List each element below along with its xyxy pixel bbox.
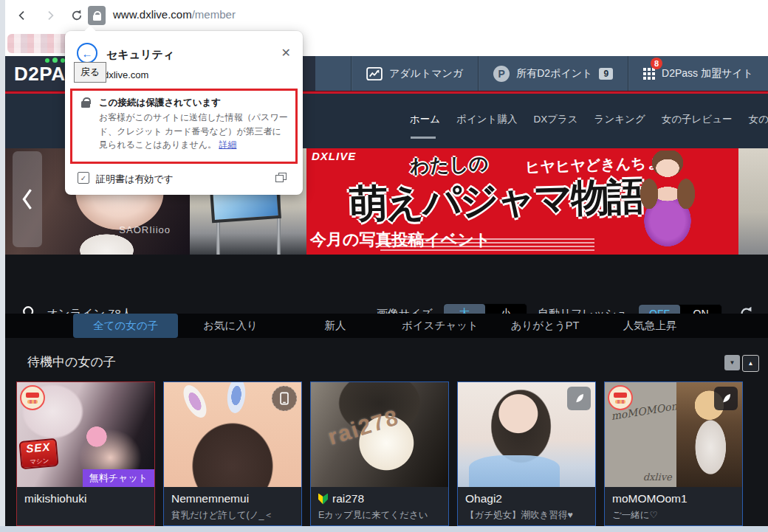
beginner-mark-icon: [318, 494, 328, 505]
filter-bar: オンライン 78人 画像サイズ 大 小 自動リフレッシュ OFF ON: [5, 277, 768, 312]
collapse-button[interactable]: ▼: [724, 355, 740, 370]
sex-badge-label: SEX: [26, 441, 51, 455]
girl-name: mikishiohuki: [24, 492, 147, 505]
banner-event-label: 今月の写真投稿イベント: [310, 229, 491, 251]
tab-all-girls[interactable]: 全ての女の子: [73, 314, 178, 338]
girl-name-text: rai278: [332, 492, 364, 505]
lock-icon: [81, 101, 90, 108]
event-badge-icon: [20, 385, 45, 410]
url-path: /member: [192, 8, 236, 21]
url-input[interactable]: www.dxlive.com/member: [113, 8, 236, 21]
free-chat-badge: 無料チャット: [83, 469, 154, 487]
banner-title: 萌えパジャマ物語: [349, 171, 644, 230]
nav-link-ranking[interactable]: ランキング: [594, 113, 645, 126]
highlight-red-box: この接続は保護されています お客様がこのサイトに送信した情報（パスワード、クレジ…: [70, 89, 298, 164]
apps-grid-icon: [643, 68, 655, 80]
header-item-d2pass-sites[interactable]: 8 D2Pass 加盟サイト: [628, 56, 768, 91]
girl-status: Eカップ見に来てください: [318, 509, 441, 522]
girl-name: Nemnemnemui: [171, 492, 294, 505]
logo-dots-icon: [45, 58, 65, 63]
girl-name: rai278: [318, 492, 441, 505]
point-icon: P: [493, 66, 510, 82]
chevron-right-icon: [44, 10, 56, 21]
back-tooltip: 戻る: [74, 62, 106, 83]
bottom-edge: [0, 526, 768, 532]
girl-thumbnail: moMOMOom1 dxlive: [605, 382, 742, 487]
certificate-icon: ✓: [78, 172, 89, 184]
blog-badge: [567, 387, 591, 410]
security-popup: ← セキュリティ ✕ dxlive.com この接続は保護されています お客様が…: [65, 31, 303, 195]
tab-voice-chat[interactable]: ボイスチャット: [388, 314, 493, 338]
certificate-row[interactable]: ✓ 証明書は有効です: [65, 170, 303, 189]
nav-link-reviews[interactable]: 女の子レビュー: [662, 113, 733, 126]
girl-status: 貧乳だけど許して(ノ_＜: [171, 509, 294, 522]
popup-back-button[interactable]: ←: [77, 43, 97, 63]
banner-logo: DXLIVE: [312, 150, 356, 162]
lock-icon: [93, 15, 101, 21]
trending-chart-icon: [366, 67, 383, 80]
details-link[interactable]: 詳細: [219, 139, 236, 150]
image-watermark: rai278: [325, 404, 402, 449]
url-host: www.dxlive.com: [113, 8, 192, 21]
certificate-status: 証明書は有効です: [96, 173, 174, 186]
open-window-icon[interactable]: [275, 173, 287, 182]
girl-name: moMOMOom1: [612, 492, 735, 505]
nav-link-dxplus[interactable]: DXプラス: [533, 113, 577, 126]
girl-card[interactable]: Ohagi2 【ガチ処女】潮吹き習得♥: [457, 381, 596, 526]
bunny-ear-decor: [225, 382, 247, 414]
connection-body-text: お客様がこのサイトに送信した情報（パスワード、クレジット カード番号など）が第三…: [99, 112, 288, 150]
girl-thumbnail: [458, 382, 595, 487]
tab-trending[interactable]: 人気急上昇: [597, 314, 702, 338]
model-watermark: SAORIiioo: [119, 224, 171, 235]
event-badge-icon: [608, 385, 633, 410]
back-button[interactable]: [13, 6, 32, 25]
girl-card[interactable]: rai278 rai278 Eカップ見に来てください: [310, 381, 449, 526]
popup-domain: dxlive.com: [103, 69, 148, 80]
girl-thumbnail: [164, 382, 301, 487]
event-banner[interactable]: DXLIVE わたしの ヒヤヒヤどきんちょ！ 萌えパジャマ物語 今月の写真投稿イ…: [306, 148, 738, 255]
header-item-adult-manga[interactable]: アダルトマンガ: [351, 56, 478, 91]
section-header: 待機中の女の子 ▼ ▲: [5, 343, 768, 380]
train-wall-edge: [738, 148, 768, 255]
girl-card[interactable]: SEX マシン 無料チャット mikishiohuki: [16, 381, 155, 526]
tab-thanks-pt[interactable]: ありがとうPT: [493, 314, 597, 338]
machine-badge-label: マシン: [30, 457, 49, 466]
banner-model-photo: [632, 151, 703, 254]
girl-card[interactable]: Nemnemnemui 貧乳だけど許して(ノ_＜: [163, 381, 302, 526]
girl-card-list: SEX マシン 無料チャット mikishiohuki: [16, 381, 743, 526]
forward-button[interactable]: [41, 6, 60, 25]
tab-favorites[interactable]: お気に入り: [178, 314, 283, 338]
girl-status: 【ガチ処女】潮吹き習得♥: [465, 509, 588, 522]
browser-toolbar: www.dxlive.com/member: [5, 0, 768, 32]
expand-button[interactable]: ▲: [742, 355, 759, 372]
carousel-prev-button[interactable]: [13, 151, 42, 247]
girl-card[interactable]: moMOMOom1 dxlive moMOMOom1 ご一緒に♡: [604, 381, 743, 526]
browser-window: www.dxlive.com/member D2PASS アダルトマンガ P 所…: [0, 0, 768, 532]
girl-name: Ohagi2: [465, 492, 588, 505]
member-content: オンライン 78人 画像サイズ 大 小 自動リフレッシュ OFF ON 全ての女…: [5, 255, 768, 526]
header-item-label: アダルトマンガ: [389, 67, 463, 80]
notification-badge: 8: [651, 58, 662, 69]
header-item-points[interactable]: P 所有D2ポイント 9: [478, 56, 628, 91]
header-item-label: D2Pass 加盟サイト: [662, 67, 753, 80]
chevron-left-icon: [16, 10, 28, 21]
popup-close-button[interactable]: ✕: [281, 46, 291, 60]
girl-status: ご一緒に♡: [612, 509, 735, 522]
reload-button[interactable]: [67, 6, 86, 25]
nav-link-points[interactable]: ポイント購入: [456, 113, 517, 126]
points-count-badge: 9: [599, 68, 613, 80]
nav-link-schedule[interactable]: 女の子予定表: [748, 113, 768, 126]
pen-icon: [719, 392, 733, 405]
nav-link-home[interactable]: ホーム: [410, 113, 440, 126]
reload-icon: [70, 9, 83, 22]
girl-thumbnail: SEX マシン 無料チャット: [17, 382, 154, 487]
mobile-badge: [272, 386, 297, 411]
header-item-label: 所有D2ポイント: [516, 67, 592, 80]
sex-machine-badge: SEX マシン: [18, 438, 58, 469]
pen-icon: [572, 392, 586, 405]
girl-thumbnail: rai278: [311, 382, 448, 487]
dxlive-watermark: dxlive: [643, 471, 672, 483]
site-info-lock-button[interactable]: [88, 6, 106, 25]
section-title: 待機中の女の子: [27, 353, 116, 370]
tab-newcomers[interactable]: 新人: [283, 314, 388, 338]
